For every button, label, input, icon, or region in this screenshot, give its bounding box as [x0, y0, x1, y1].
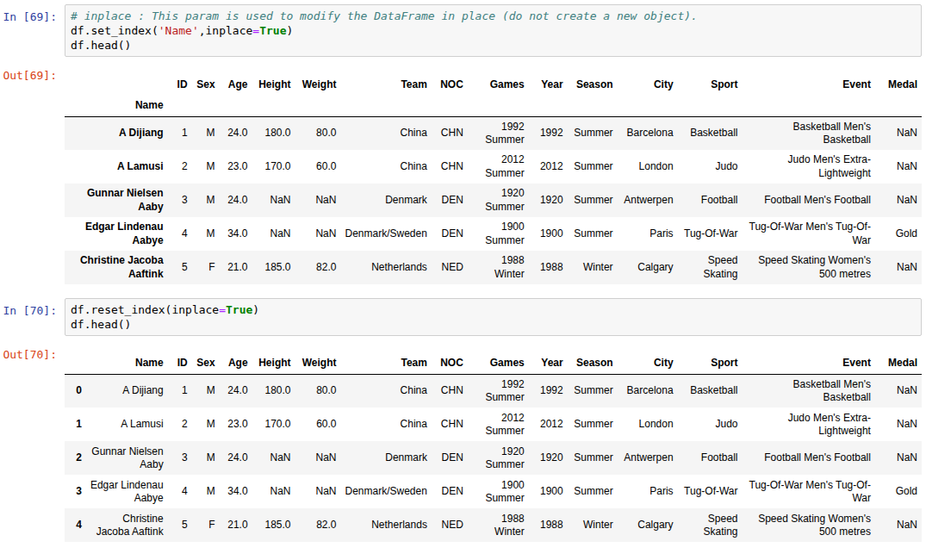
- table-cell: Tug-Of-War Men's Tug-Of-War: [743, 475, 875, 508]
- table-cell: 1988: [529, 508, 568, 542]
- table-cell: NED: [432, 508, 468, 542]
- table-cell: London: [618, 408, 678, 441]
- header-row: NameIDSexAgeHeightWeightTeamNOCGamesYear…: [65, 352, 922, 374]
- table-cell: NaN: [875, 116, 922, 150]
- header-blank: [340, 95, 431, 116]
- table-cell: Speed Skating Women's 500 metres: [743, 508, 875, 542]
- table-cell: NaN: [252, 475, 295, 508]
- table-cell: 5: [168, 508, 192, 542]
- column-header: Sport: [678, 352, 743, 374]
- row-index: Edgar Lindenau Aabye: [65, 217, 168, 251]
- table-cell: M: [192, 441, 220, 475]
- code-token-plain: df.head(): [71, 318, 131, 331]
- table-cell: 80.0: [295, 374, 341, 408]
- header-blank: [220, 95, 252, 116]
- table-cell: Calgary: [618, 508, 678, 542]
- table-cell: 1900 Summer: [468, 475, 529, 508]
- table-cell: Barcelona: [618, 116, 678, 150]
- index-header-blank: [65, 73, 168, 95]
- table-cell: DEN: [432, 475, 468, 508]
- column-header: Medal: [875, 352, 922, 374]
- table-cell: Denmark/Sweden: [341, 475, 432, 508]
- table-cell: NaN: [875, 408, 922, 441]
- table-row: Gunnar Nielsen Aaby3M24.0NaNNaNDenmarkDE…: [65, 184, 922, 217]
- table-cell: 23.0: [220, 150, 252, 184]
- code-token-plain: ): [286, 24, 293, 37]
- code-token-op: =: [219, 303, 226, 316]
- row-index: 1: [65, 408, 86, 441]
- table-cell: F: [192, 251, 220, 284]
- table-cell: 185.0: [252, 251, 295, 284]
- table-cell: DEN: [432, 217, 468, 251]
- code-editor-70[interactable]: df.reset_index(inplace=True)df.head(): [65, 298, 922, 336]
- table-cell: Calgary: [618, 251, 678, 284]
- header-blank: [252, 95, 295, 116]
- dataframe-table: IDSexAgeHeightWeightTeamNOCGamesYearSeas…: [65, 73, 922, 284]
- table-cell: 2012 Summer: [468, 150, 529, 184]
- table-cell: CHN: [432, 150, 468, 184]
- table-cell: 180.0: [252, 374, 295, 408]
- table-cell: China: [341, 408, 432, 441]
- dataframe-table: NameIDSexAgeHeightWeightTeamNOCGamesYear…: [65, 352, 922, 542]
- table-row: 2Gunnar Nielsen Aaby3M24.0NaNNaNDenmarkD…: [65, 441, 922, 475]
- column-header: Height: [252, 352, 295, 374]
- table-cell: Paris: [618, 217, 678, 251]
- table-cell: Netherlands: [340, 251, 431, 284]
- row-index: A Lamusi: [65, 150, 168, 184]
- table-cell: 60.0: [295, 150, 341, 184]
- table-cell: Gold: [875, 475, 922, 508]
- table-cell: 2: [168, 150, 192, 184]
- table-cell: Basketball Men's Basketball: [743, 374, 875, 408]
- table-cell: F: [192, 508, 220, 542]
- column-header: Team: [340, 73, 431, 95]
- row-index: 0: [65, 374, 86, 408]
- table-cell: 24.0: [220, 374, 252, 408]
- table-cell: NaN: [252, 184, 295, 217]
- index-name-row: Name: [65, 95, 922, 116]
- code-content-70: df.reset_index(inplace=True)df.head(): [71, 302, 916, 332]
- table-row: 3Edgar Lindenau Aabye4M34.0NaNNaNDenmark…: [65, 475, 922, 508]
- column-header: Age: [220, 352, 252, 374]
- header-blank: [468, 95, 529, 116]
- table-cell: Christine Jacoba Aaftink: [86, 508, 168, 542]
- code-editor-69[interactable]: # inplace : This param is used to modify…: [65, 4, 922, 57]
- table-cell: China: [340, 116, 431, 150]
- table-cell: Summer: [568, 475, 618, 508]
- table-cell: NaN: [875, 251, 922, 284]
- table-row: Edgar Lindenau Aabye4M34.0NaNNaNDenmark/…: [65, 217, 922, 251]
- table-cell: M: [192, 217, 220, 251]
- code-token-plain: df.set_index(: [71, 24, 158, 37]
- table-cell: 1992: [529, 116, 568, 150]
- column-header: Event: [743, 73, 875, 95]
- output-area-70: NameIDSexAgeHeightWeightTeamNOCGamesYear…: [65, 344, 922, 542]
- table-cell: 1988: [529, 251, 568, 284]
- table-cell: A Lamusi: [86, 408, 168, 441]
- table-row: 0A Dijiang1M24.0180.080.0ChinaCHN1992 Su…: [65, 374, 922, 408]
- output-cell-70: Out[70]: NameIDSexAgeHeightWeightTeamNOC…: [0, 344, 922, 542]
- table-cell: NaN: [295, 184, 341, 217]
- table-cell: 21.0: [220, 251, 252, 284]
- code-token-plain: df.reset_index(inplace: [71, 303, 219, 316]
- column-header: Sex: [192, 352, 220, 374]
- code-token-string: 'Name': [158, 24, 199, 37]
- table-cell: M: [192, 184, 220, 217]
- header-row: IDSexAgeHeightWeightTeamNOCGamesYearSeas…: [65, 73, 922, 95]
- table-cell: Judo Men's Extra-Lightweight: [743, 408, 875, 441]
- column-header: Medal: [875, 73, 922, 95]
- table-cell: 24.0: [220, 184, 252, 217]
- table-cell: Denmark: [341, 441, 432, 475]
- column-header: Games: [468, 352, 529, 374]
- column-header: City: [618, 73, 678, 95]
- table-cell: Speed Skating Women's 500 metres: [743, 251, 875, 284]
- table-cell: 82.0: [295, 508, 341, 542]
- out-prompt-70: Out[70]:: [0, 344, 65, 362]
- table-cell: Summer: [568, 374, 618, 408]
- table-cell: 1992: [529, 374, 568, 408]
- in-prompt-69: In [69]:: [0, 4, 65, 24]
- row-index: A Dijiang: [65, 116, 168, 150]
- code-token-plain: ,inplace: [199, 24, 253, 37]
- table-cell: Judo: [678, 150, 743, 184]
- table-cell: 1: [168, 374, 192, 408]
- table-cell: NaN: [875, 150, 922, 184]
- table-cell: 5: [168, 251, 192, 284]
